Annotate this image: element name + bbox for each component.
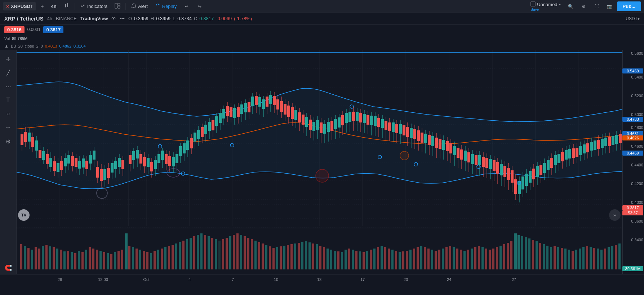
publish-button[interactable]: Pub... bbox=[617, 1, 641, 11]
time-axis: 26 12:00 Oct 4 7 10 13 17 20 24 27 bbox=[0, 274, 644, 284]
bb-mid-val: 0.4013 bbox=[45, 44, 57, 48]
svg-rect-496 bbox=[431, 250, 433, 269]
svg-rect-125 bbox=[176, 154, 178, 163]
svg-rect-383 bbox=[24, 246, 26, 269]
settings-button[interactable]: ⚙ bbox=[578, 1, 590, 12]
shape-tool[interactable]: ○ bbox=[2, 107, 15, 120]
undo-button[interactable]: ↩ bbox=[181, 1, 192, 12]
vol-label: Vol bbox=[4, 36, 10, 41]
svg-rect-256 bbox=[403, 125, 405, 135]
svg-rect-252 bbox=[395, 124, 398, 133]
bb-upper-val: 0.4862 bbox=[59, 44, 71, 48]
chart-type-button[interactable] bbox=[61, 1, 72, 11]
draw-line-tool[interactable]: ╱ bbox=[2, 66, 15, 79]
svg-rect-181 bbox=[273, 96, 276, 105]
svg-rect-97 bbox=[129, 155, 132, 164]
text-tool[interactable]: T bbox=[2, 94, 15, 107]
svg-rect-95 bbox=[121, 160, 124, 169]
svg-rect-366 bbox=[594, 140, 596, 150]
replay-button[interactable]: Replay bbox=[152, 1, 179, 11]
bb-collapse-arrow[interactable]: ▲ bbox=[4, 44, 9, 49]
svg-rect-384 bbox=[27, 248, 30, 269]
svg-rect-537 bbox=[579, 249, 581, 269]
svg-rect-372 bbox=[604, 138, 607, 146]
svg-rect-513 bbox=[492, 249, 494, 269]
quote-currency[interactable]: USDT▾ bbox=[626, 16, 640, 21]
svg-rect-294 bbox=[467, 152, 470, 162]
svg-rect-400 bbox=[85, 250, 87, 269]
svg-rect-378 bbox=[615, 135, 618, 144]
svg-rect-342 bbox=[550, 158, 553, 168]
svg-rect-456 bbox=[287, 245, 289, 269]
svg-rect-390 bbox=[49, 246, 51, 269]
symbol-selector[interactable]: ✕ XRPUSDT bbox=[3, 2, 36, 10]
fibonacci-tool[interactable]: ⋯ bbox=[2, 80, 15, 93]
svg-rect-364 bbox=[590, 142, 593, 151]
svg-rect-350 bbox=[565, 150, 568, 160]
svg-rect-389 bbox=[45, 245, 48, 269]
separator-2 bbox=[125, 3, 126, 10]
svg-rect-197 bbox=[302, 115, 305, 125]
svg-rect-53 bbox=[49, 158, 52, 167]
svg-rect-429 bbox=[190, 238, 192, 269]
screenshot-button[interactable]: 📷 bbox=[604, 1, 616, 12]
svg-rect-539 bbox=[586, 246, 588, 269]
save-label: Save bbox=[530, 8, 539, 12]
svg-rect-524 bbox=[532, 240, 534, 269]
alert-button[interactable]: Alert bbox=[128, 1, 151, 11]
replay-label: Replay bbox=[162, 4, 177, 9]
svg-rect-404 bbox=[96, 250, 98, 269]
svg-rect-514 bbox=[496, 247, 498, 269]
svg-rect-407 bbox=[107, 253, 109, 269]
svg-rect-65 bbox=[71, 156, 74, 166]
svg-rect-490 bbox=[409, 250, 412, 269]
svg-rect-134 bbox=[190, 138, 193, 148]
svg-rect-105 bbox=[143, 157, 146, 166]
svg-rect-445 bbox=[247, 238, 249, 269]
svg-rect-208 bbox=[320, 122, 323, 133]
svg-rect-417 bbox=[146, 252, 148, 269]
svg-rect-538 bbox=[582, 247, 585, 269]
redo-button[interactable]: ↪ bbox=[194, 1, 205, 12]
magnet-tool[interactable]: 🧲 bbox=[2, 261, 15, 274]
timeframe-selector[interactable]: 4h bbox=[48, 2, 59, 10]
svg-rect-406 bbox=[103, 252, 105, 269]
indicators-line: Vol 89.785M bbox=[0, 35, 644, 43]
svg-rect-276 bbox=[435, 138, 438, 148]
search-button[interactable]: 🔍 bbox=[565, 1, 577, 12]
svg-rect-235 bbox=[367, 115, 369, 125]
layouts-button[interactable] bbox=[112, 1, 123, 11]
svg-rect-268 bbox=[421, 133, 423, 143]
svg-rect-509 bbox=[478, 246, 480, 269]
crosshair-tool[interactable]: ✛ bbox=[2, 53, 15, 66]
time-label-4: 4 bbox=[188, 277, 191, 282]
svg-rect-189 bbox=[287, 106, 290, 117]
fullscreen-button[interactable]: ⛶ bbox=[591, 1, 603, 12]
bb-close: close bbox=[25, 44, 34, 48]
svg-rect-237 bbox=[370, 116, 373, 125]
svg-rect-244 bbox=[381, 119, 384, 128]
rectangle-icon bbox=[530, 1, 536, 8]
vol-value: 89.785M bbox=[12, 36, 27, 41]
scroll-right-button[interactable]: » bbox=[609, 209, 621, 221]
svg-rect-89 bbox=[111, 163, 114, 173]
svg-rect-523 bbox=[528, 238, 530, 269]
svg-rect-472 bbox=[345, 250, 347, 269]
svg-rect-183 bbox=[276, 99, 279, 109]
svg-rect-479 bbox=[370, 250, 372, 269]
svg-rect-540 bbox=[590, 247, 592, 269]
price-label-4200: 0.4200 bbox=[631, 182, 643, 186]
svg-rect-392 bbox=[56, 249, 58, 269]
add-symbol-button[interactable]: + bbox=[37, 2, 46, 11]
price-label-5000: 0.5000 bbox=[631, 112, 643, 117]
close-icon: ✕ bbox=[6, 4, 9, 9]
indicators-button[interactable]: Indicators bbox=[77, 1, 110, 11]
price-label-3400: 0.3400 bbox=[631, 238, 643, 242]
save-layout-button[interactable]: Unnamed ▾ Save bbox=[528, 1, 563, 12]
zoom-tool[interactable]: ⊕ bbox=[2, 135, 15, 148]
svg-rect-473 bbox=[348, 249, 350, 269]
measure-tool[interactable]: ↔ bbox=[2, 121, 15, 134]
svg-rect-403 bbox=[92, 249, 94, 269]
svg-rect-193 bbox=[294, 110, 297, 120]
svg-rect-321 bbox=[514, 179, 517, 194]
